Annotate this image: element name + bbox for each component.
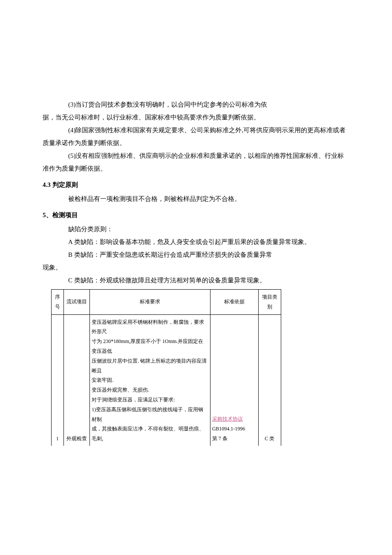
defect-a: A 类缺陷：影响设备基本功能，危及人身安全或会引起严重后果的设备质量异常现象。 — [43, 235, 349, 248]
para-3b: 据，当无公司标准时，以行业标准、国家标准中较高要求作为质量判断依据。 — [43, 111, 349, 124]
defect-intro: 缺陷分类原则： — [43, 223, 349, 235]
cell-item: 外观检查 — [63, 314, 90, 446]
basis-link[interactable]: 采购技术协议 — [212, 416, 243, 422]
para-4: (4)除国家强制性标准和国家有关规定要求、公司采购标准之外,可将供应商明示采用的… — [43, 124, 349, 149]
cell-basis: 采购技术协议 GB1094.1-1996 第 7 条 （GB1094.1-201… — [210, 314, 258, 446]
basis-line: （GB1094.1-2013 — [212, 445, 251, 446]
req-line: 变压器外观完整、无损伤. — [92, 387, 149, 393]
req-line: 对于洞绕组变压器，应满足以下要求: — [92, 397, 175, 403]
th-item: 流试项目 — [63, 290, 90, 315]
defect-b: B 类缺陷：严重安全隐患或长期运行会造成严重经济损失的设备质量异常 — [43, 248, 349, 261]
table-row: 1 外观检查 变压器铭牌应采用不锈钢材料制作，耐腐蚀，要求外形尺 寸为 230*… — [52, 314, 281, 446]
req-line: 寸为 230*180mm,厚度应不小于 1Omm.并应固定在变压器低 — [92, 338, 203, 354]
cell-cat: C 类 — [258, 314, 281, 446]
detection-table: 序号 流试项目 标准要求 标准依据 项目类别 1 外观检查 变压器铭牌应采用不锈… — [51, 289, 281, 446]
basis-line: 第 7 条 — [212, 436, 228, 442]
req-line: 成，其接触表面应洁净，不得有裂纹、明显伤痕、毛刺, — [92, 426, 204, 442]
th-cat: 项目类别 — [258, 290, 281, 315]
defect-c: C 类缺陷：外观或轻微故障且处理方法相对简单的设备质量异常现象。 — [43, 274, 349, 287]
req-line: 安装牢固. — [92, 377, 113, 383]
defect-b-cont: 现象。 — [43, 261, 349, 274]
basis-line: GB1094.1-1996 — [212, 426, 245, 432]
th-basis: 标准依据 — [210, 290, 258, 315]
document-page: (3)当订货合同技术参数没有明确时，以合同中约定参考的公司标准为依 据，当无公司… — [0, 0, 392, 471]
table-viewport: 序号 流试项目 标准要求 标准依据 项目类别 1 外观检查 变压器铭牌应采用不锈… — [43, 287, 349, 446]
para-3a: (3)当订货合同技术参数没有明确时，以合同中约定参考的公司标准为依 — [43, 98, 349, 111]
table-header-row: 序号 流试项目 标准要求 标准依据 项目类别 — [52, 290, 281, 315]
req-line: 压侧波纹片居中位置. 铭牌上所标志的项目内容应清晰且 — [92, 358, 207, 374]
heading-4-3: 4.3 判定原则 — [43, 181, 349, 189]
req-line: 变压器铭牌应采用不锈钢材料制作，耐腐蚀，要求外形尺 — [92, 319, 204, 335]
req-line: 腐蚀斑痕缺陷及其他影响电接触和机械强度的缺陷，且应 — [92, 445, 199, 446]
th-seq: 序号 — [52, 290, 64, 315]
cell-seq: 1 — [52, 314, 64, 446]
para-4-3: 被检样品有一项检测项目不合格，则被检样品判定为不合格。 — [43, 192, 349, 205]
para-5: (5)没有相应强制性标准、供应商明示的企业标准和质量承诺的，以相应的推荐性国家标… — [43, 149, 349, 175]
cell-req: 变压器铭牌应采用不锈钢材料制作，耐腐蚀，要求外形尺 寸为 230*180mm,厚… — [90, 314, 210, 446]
req-line: 1)变压器高压侧和低压侧引线的接线端子，应用钢材制 — [92, 407, 203, 422]
th-req: 标准要求 — [90, 290, 210, 315]
heading-5: 5、检测项目 — [43, 211, 349, 219]
